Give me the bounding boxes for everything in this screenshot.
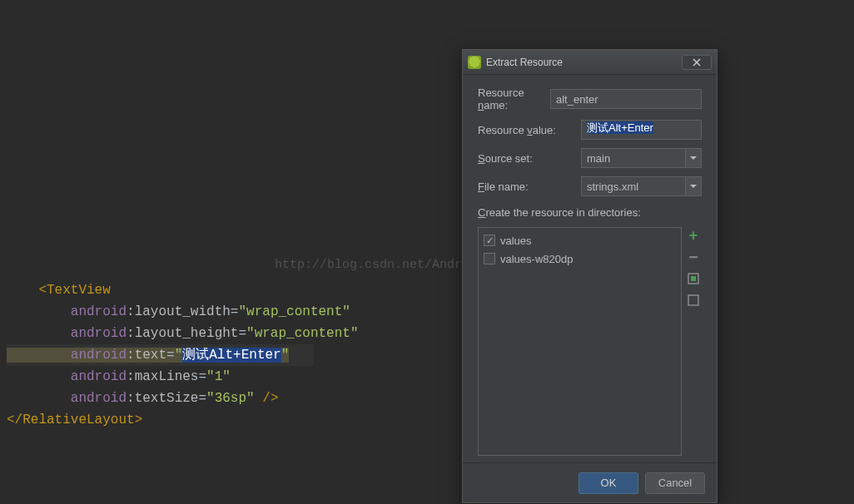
attr-prefix: android [71, 326, 127, 341]
attr-prefix: android [71, 348, 127, 363]
directories-area: values values-w820dp + − [478, 227, 702, 456]
dialog-title: Extract Resource [486, 57, 677, 68]
tag-close: </RelativeLayout> [7, 413, 142, 427]
checkbox-values[interactable] [484, 235, 495, 246]
attr-name: :maxLines [127, 369, 198, 384]
combo-dropdown-button[interactable] [685, 148, 702, 168]
select-all-icon [688, 273, 699, 284]
tag-textview: <TextView [38, 283, 110, 298]
dir-label-values: values [500, 235, 532, 247]
quote: " [281, 348, 290, 363]
dialog-button-bar: OK Cancel [463, 462, 717, 502]
file-name-value: strings.xml [581, 176, 685, 196]
attr-name: :text [127, 348, 166, 363]
label-file-name: File name: [478, 180, 573, 193]
select-all-button[interactable] [687, 272, 700, 285]
quote: " [175, 348, 183, 363]
label-resource-value: Resource value: [478, 124, 573, 136]
dir-item-values[interactable]: values [484, 231, 676, 250]
deselect-all-icon [688, 294, 699, 306]
add-dir-button[interactable]: + [687, 229, 700, 242]
close-icon [693, 58, 701, 67]
remove-dir-button[interactable]: − [687, 250, 700, 264]
attr-name: :layout_height [127, 326, 238, 341]
svg-rect-1 [691, 276, 696, 281]
xml-tag-open [7, 283, 38, 298]
checkbox-values-w820dp[interactable] [484, 253, 495, 264]
attr-prefix: android [71, 391, 127, 406]
directories-list[interactable]: values values-w820dp [478, 227, 682, 456]
row-file-name: File name: strings.xml [478, 176, 702, 196]
close-button[interactable] [682, 55, 712, 70]
code-editor[interactable]: <TextView android:layout_width="wrap_con… [7, 258, 358, 431]
chevron-down-icon [690, 183, 697, 190]
attr-value: "wrap_content" [238, 304, 350, 319]
file-name-combo[interactable]: strings.xml [581, 176, 702, 196]
source-set-combo[interactable]: main [581, 148, 702, 168]
directories-toolbar: + − [685, 227, 702, 456]
cancel-button[interactable]: Cancel [645, 472, 705, 494]
self-close: /> [255, 391, 279, 406]
attr-prefix: android [71, 369, 127, 384]
attr-value: "wrap_content" [246, 326, 358, 341]
resource-name-input[interactable] [550, 89, 702, 109]
dialog-body: Resource name: Resource value: 测试Alt+Ent… [463, 75, 717, 462]
attr-name: :layout_width [127, 304, 231, 319]
attr-prefix: android [71, 304, 127, 319]
attr-name: :textSize [127, 391, 198, 406]
resource-value-input[interactable]: 测试Alt+Enter [581, 120, 702, 140]
row-resource-value: Resource value: 测试Alt+Enter [478, 120, 702, 140]
chevron-down-icon [690, 155, 697, 161]
row-resource-name: Resource name: [478, 86, 702, 111]
attr-value: "1" [206, 369, 231, 384]
label-resource-name: Resource name: [478, 86, 542, 111]
deselect-all-button[interactable] [687, 294, 700, 307]
combo-dropdown-button[interactable] [685, 176, 702, 196]
row-source-set: Source set: main [478, 148, 702, 168]
dir-label-values-w820dp: values-w820dp [500, 253, 573, 265]
attr-value: "36sp" [206, 391, 255, 406]
label-create-dirs: Create the resource in directories: [478, 206, 702, 219]
dir-item-values-w820dp[interactable]: values-w820dp [484, 250, 676, 268]
label-source-set: Source set: [478, 152, 573, 165]
source-set-value: main [581, 148, 685, 168]
android-studio-icon [468, 56, 481, 69]
extract-resource-dialog: Extract Resource Resource name: Resource… [462, 49, 717, 503]
ok-button[interactable]: OK [578, 472, 638, 494]
selected-text: 测试Alt+Enter [182, 348, 281, 363]
svg-rect-2 [688, 295, 698, 305]
dialog-titlebar[interactable]: Extract Resource [463, 50, 717, 75]
